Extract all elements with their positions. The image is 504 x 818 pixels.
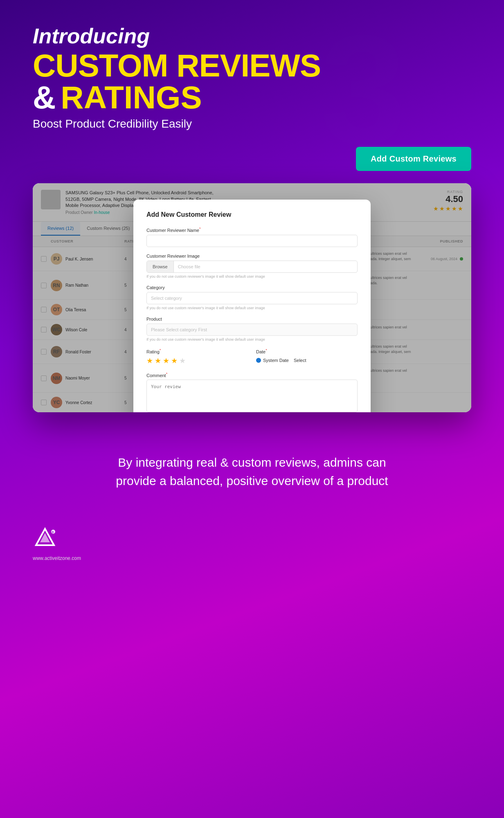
comment-group: Comment*	[146, 372, 358, 413]
star-input-2[interactable]: ★	[155, 356, 161, 365]
reviewer-image-filename: Choose file	[174, 261, 357, 272]
star-input-1[interactable]: ★	[146, 356, 153, 365]
date-select-link[interactable]: Select	[294, 358, 306, 363]
add-reviews-btn-container: Add Custom Reviews	[33, 147, 471, 171]
ui-panel: SAMSUNG Galaxy S23+ Plus Cell Phone, Unl…	[33, 183, 471, 412]
category-label: Category	[146, 285, 358, 290]
svg-text:®: ®	[52, 530, 54, 534]
bottom-text: By integrating real & custom reviews, ad…	[109, 453, 395, 490]
modal-title: Add New Customer Review	[146, 211, 358, 218]
reviewer-image-file-group: Browse Choose file	[146, 261, 358, 273]
date-options: System Date Select	[256, 356, 358, 363]
reviewer-image-hint: If you do not use custom reviewer's imag…	[146, 274, 358, 279]
radio-dot	[256, 358, 261, 363]
category-group: Category Select category If you do not u…	[146, 285, 358, 310]
date-group: Date* System Date Select	[256, 348, 358, 365]
star-input-3[interactable]: ★	[163, 356, 169, 365]
modal-overlay: Add New Customer Review Customer Reviewe…	[33, 183, 471, 412]
logo-url: www.activeitzone.com	[33, 555, 81, 561]
reviewer-name-input[interactable]	[146, 235, 358, 247]
product-hint: If you do not use custom reviewer's imag…	[146, 337, 358, 342]
add-custom-reviews-button[interactable]: Add Custom Reviews	[356, 147, 471, 171]
ratings-text: RATINGS	[61, 81, 202, 113]
introducing-text: Introducing	[33, 25, 471, 48]
date-radio-system[interactable]: System Date	[256, 358, 289, 363]
star-input-4[interactable]: ★	[171, 356, 178, 365]
rating-group: Rating* ★ ★ ★ ★ ★	[146, 348, 248, 365]
add-review-modal: Add New Customer Review Customer Reviewe…	[133, 200, 371, 412]
comment-textarea[interactable]	[146, 380, 358, 412]
logo-icon: ®	[33, 527, 57, 551]
reviewer-image-group: Customer Reviewer Image Browse Choose fi…	[146, 254, 358, 279]
product-placeholder: Please Select category First	[146, 324, 358, 336]
product-label: Product	[146, 317, 358, 321]
date-system-label: System Date	[263, 358, 289, 363]
header-section: Introducing CUSTOM REVIEWS & RATINGS Boo…	[33, 25, 471, 130]
bottom-section: By integrating real & custom reviews, ad…	[0, 429, 504, 527]
reviewer-name-group: Customer Reviewer Name*	[146, 227, 358, 247]
reviewer-image-label: Customer Reviewer Image	[146, 254, 358, 258]
rating-date-row: Rating* ★ ★ ★ ★ ★ Date*	[146, 348, 358, 365]
reviewer-name-label: Customer Reviewer Name*	[146, 227, 358, 233]
date-label-field: Date*	[256, 348, 358, 354]
and-ratings-row: & RATINGS	[33, 81, 471, 113]
rating-stars-input: ★ ★ ★ ★ ★	[146, 356, 248, 365]
comment-label: Comment*	[146, 372, 358, 378]
logo-area: ® www.activeitzone.com	[0, 527, 504, 578]
custom-reviews-text: CUSTOM REVIEWS	[33, 49, 471, 81]
ampersand-text: &	[33, 81, 56, 113]
product-group: Product Please Select category First If …	[146, 317, 358, 342]
star-input-5[interactable]: ★	[179, 356, 186, 365]
reviewer-image-browse-btn[interactable]: Browse	[147, 261, 174, 272]
subtitle-text: Boost Product Credibility Easily	[33, 117, 471, 130]
rating-label-field: Rating*	[146, 348, 248, 354]
category-select[interactable]: Select category	[146, 292, 358, 304]
category-hint: If you do not use custom reviewer's imag…	[146, 306, 358, 310]
